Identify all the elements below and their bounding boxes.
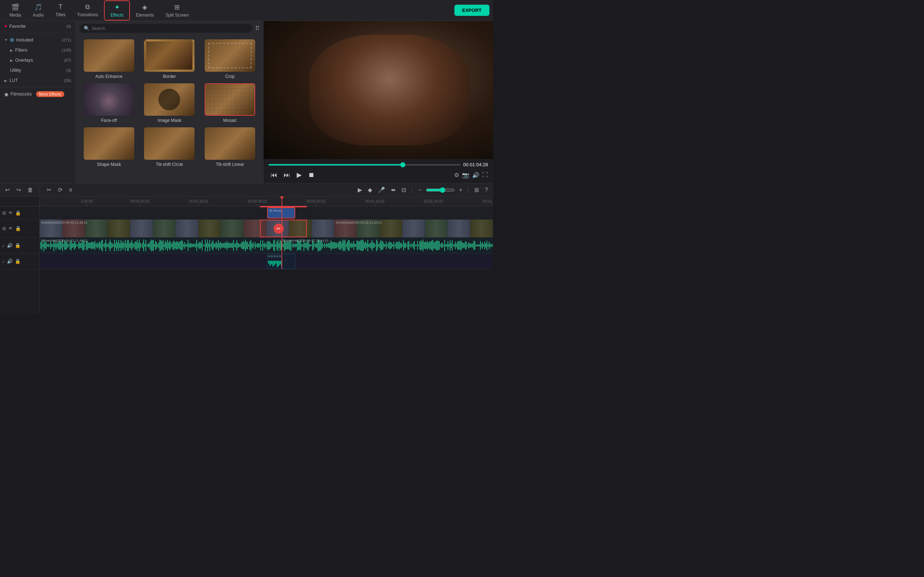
layout-icon[interactable]: ⊞ bbox=[473, 186, 480, 194]
stop-button[interactable]: ⏹ bbox=[306, 170, 317, 180]
audio2-note-icon[interactable]: ♪ bbox=[2, 259, 5, 264]
grid-view-toggle[interactable]: ⠿ bbox=[255, 25, 260, 32]
zoom-out-icon[interactable]: − bbox=[417, 186, 423, 194]
audio-note-icon[interactable]: ♪ bbox=[2, 243, 5, 248]
sidebar-item-overlays[interactable]: ▶ Overlays (87) bbox=[0, 55, 76, 65]
effects-track-row[interactable]: ⊞ Mosa... bbox=[40, 206, 493, 220]
eye-icon[interactable]: 👁 bbox=[8, 210, 13, 216]
settings-icon[interactable]: ⚙ bbox=[454, 172, 459, 179]
play-timeline-icon[interactable]: ▶ bbox=[356, 186, 363, 194]
effect-imagemask[interactable]: Image Mask bbox=[142, 83, 198, 123]
nav-audio[interactable]: 🎵 Audio bbox=[27, 1, 50, 20]
effect-faceoff[interactable]: Face-off bbox=[81, 83, 137, 123]
video-track-row[interactable]: Screencast2020-04-22 11.44.21 Screencast… bbox=[40, 220, 493, 238]
export-button[interactable]: EXPORT bbox=[454, 5, 489, 16]
effect-tiltshift-linear-thumb[interactable] bbox=[205, 127, 255, 160]
timeline-tracks-right[interactable]: 1:00:00 00:00:15:00 00:00:30:01 00:00:45… bbox=[40, 197, 493, 313]
audio2-speaker-icon[interactable]: 🔊 bbox=[7, 259, 13, 264]
nav-effects[interactable]: ✦ Effects bbox=[104, 0, 130, 21]
effect-tiltshift-linear[interactable]: Tilt-shift Linear bbox=[202, 127, 258, 167]
effect-shapemask[interactable]: Shape Mask bbox=[81, 127, 137, 167]
history-button[interactable]: ⟳ bbox=[56, 186, 64, 194]
thumb-19 bbox=[447, 220, 470, 237]
sidebar-divider2 bbox=[0, 87, 76, 87]
cut-marker[interactable]: ✂ bbox=[274, 224, 284, 234]
thumb-16 bbox=[380, 220, 402, 237]
audio2-clip[interactable]: B B B B B bbox=[267, 253, 295, 269]
delete-button[interactable]: 🗑 bbox=[26, 186, 35, 194]
video-grid-icon[interactable]: ⊞ bbox=[2, 226, 6, 231]
nav-titles[interactable]: T Titles bbox=[50, 1, 71, 19]
sidebar-item-filmstocks[interactable]: ◉ Filmstocks More Effects bbox=[0, 89, 76, 100]
effect-mosaic-thumb[interactable] bbox=[205, 83, 255, 116]
effect-border-thumb[interactable] bbox=[144, 39, 195, 72]
effect-mosaic[interactable]: Mosaic bbox=[202, 83, 258, 123]
help-icon[interactable]: ? bbox=[483, 186, 489, 194]
skip-back-button[interactable]: ⏮ bbox=[268, 170, 279, 180]
marker-icon[interactable]: ◆ bbox=[366, 186, 373, 194]
video-lock-icon[interactable]: 🔒 bbox=[15, 226, 21, 231]
audio-track-row[interactable]: Screencast2020-04-22 11.44.21 Screencast… bbox=[40, 238, 493, 253]
camera-icon[interactable]: 📷 bbox=[462, 172, 469, 179]
effect-auto-enhance[interactable]: Auto Enhance bbox=[81, 39, 137, 79]
sidebar-item-lut[interactable]: ▶ LUT (26) bbox=[0, 76, 76, 85]
ruler-spacer bbox=[0, 197, 39, 206]
play-button[interactable]: ▶ bbox=[294, 169, 304, 180]
transition-icon[interactable]: ⬌ bbox=[389, 186, 397, 194]
more-effects-badge[interactable]: More Effects bbox=[36, 91, 64, 97]
sidebar-lut-count: (26) bbox=[64, 78, 71, 82]
effect-shapemask-thumb[interactable] bbox=[84, 127, 134, 160]
add-icon[interactable]: ⊞ bbox=[2, 210, 6, 216]
search-icon: 🔍 bbox=[84, 26, 89, 31]
lock-icon[interactable]: 🔒 bbox=[15, 210, 21, 216]
fullscreen-icon[interactable]: ⛶ bbox=[482, 172, 488, 178]
nav-splitscreen[interactable]: ⊞ Split Screen bbox=[160, 1, 195, 20]
sidebar-item-included[interactable]: ▼ ⊞ Included (271) bbox=[0, 35, 76, 45]
effect-crop[interactable]: Crop bbox=[202, 39, 258, 79]
effect-crop-thumb[interactable] bbox=[205, 39, 255, 72]
effect-imagemask-thumb[interactable] bbox=[144, 83, 195, 116]
mic-icon[interactable]: 🎤 bbox=[376, 186, 386, 194]
scrubber-track[interactable] bbox=[268, 164, 460, 166]
track-playhead-audio bbox=[281, 238, 282, 253]
timeline-scrubber[interactable]: 00:01:04:28 bbox=[268, 162, 488, 167]
ruler-mark-8: 00:01:45:03 bbox=[492, 204, 492, 206]
nav-media[interactable]: 🎬 Media bbox=[3, 1, 27, 20]
nav-transitions[interactable]: ⧉ Transitions bbox=[71, 1, 104, 19]
adjust-button[interactable]: ≡ bbox=[68, 186, 74, 194]
sidebar-favorite-count: (0) bbox=[66, 24, 71, 29]
audio-speaker-icon[interactable]: 🔊 bbox=[7, 243, 13, 248]
effect-auto-enhance-thumb[interactable] bbox=[84, 39, 134, 72]
thumb-10 bbox=[244, 220, 267, 237]
search-input[interactable] bbox=[92, 26, 248, 31]
effect-tiltshift-circle-thumb[interactable] bbox=[144, 127, 195, 160]
tiltshift-circle-img bbox=[144, 127, 195, 160]
effect-faceoff-label: Face-off bbox=[101, 118, 117, 123]
step-back-button[interactable]: ⏭ bbox=[281, 170, 292, 180]
audio2-track-row[interactable]: B B B B B bbox=[40, 253, 493, 269]
audio2-lock-icon[interactable]: 🔒 bbox=[15, 259, 21, 264]
zoom-slider[interactable] bbox=[426, 187, 455, 193]
sidebar-overlays-count: (87) bbox=[64, 58, 71, 62]
zoom-in-icon[interactable]: + bbox=[458, 186, 464, 194]
nav-elements[interactable]: ◈ Elements bbox=[130, 1, 160, 20]
controls-row: ⏮ ⏭ ▶ ⏹ ⚙ 📷 🔊 ⛶ bbox=[268, 169, 488, 180]
undo-button[interactable]: ↩ bbox=[3, 186, 11, 194]
audio-lock-icon[interactable]: 🔒 bbox=[15, 243, 21, 248]
sidebar-item-utility[interactable]: Utility (9) bbox=[0, 65, 76, 76]
sidebar-utility-label: Utility bbox=[10, 68, 21, 73]
mosaic-effect-clip[interactable]: ⊞ Mosa... bbox=[267, 207, 295, 219]
effect-tiltshift-circle[interactable]: Tilt-shift Circle bbox=[142, 127, 198, 167]
volume-icon[interactable]: 🔊 bbox=[472, 172, 479, 179]
redo-button[interactable]: ↪ bbox=[15, 186, 23, 194]
split-icon[interactable]: ⊟ bbox=[400, 186, 407, 194]
cut-button[interactable]: ✂ bbox=[45, 186, 53, 194]
sidebar-item-favorite[interactable]: ♥ Favorite (0) bbox=[0, 21, 76, 31]
search-box[interactable]: 🔍 bbox=[79, 24, 252, 33]
video-eye-icon[interactable]: 👁 bbox=[8, 226, 13, 231]
sidebar-item-filters[interactable]: ▶ Filters (149) bbox=[0, 45, 76, 55]
effect-border[interactable]: Border bbox=[142, 39, 198, 79]
media-icon: 🎬 bbox=[11, 3, 19, 11]
effect-faceoff-thumb[interactable] bbox=[84, 83, 134, 116]
scrubber-handle[interactable] bbox=[400, 162, 405, 167]
